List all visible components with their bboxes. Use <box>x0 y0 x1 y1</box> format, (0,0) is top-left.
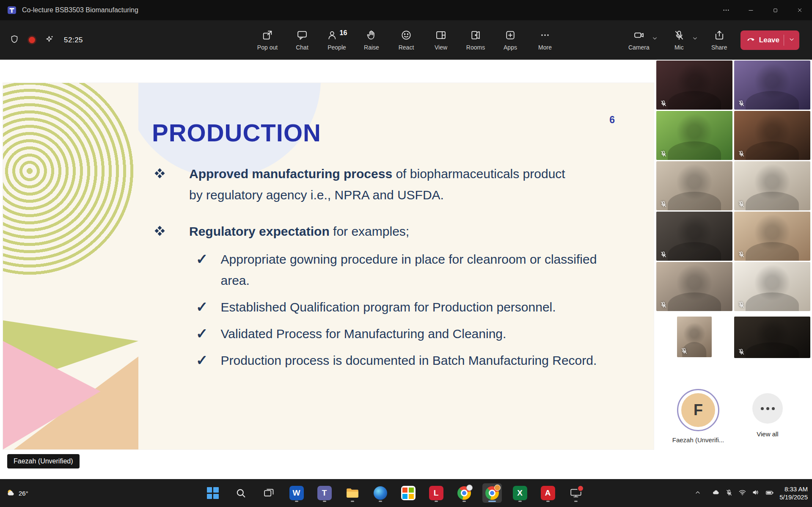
mic-muted-icon <box>660 251 667 258</box>
participant-video-tile[interactable] <box>656 161 732 210</box>
camera-options-chevron[interactable] <box>652 35 658 43</box>
chrome-icon[interactable] <box>454 483 474 503</box>
share-icon <box>713 29 725 42</box>
sparkle-icon[interactable] <box>44 34 55 46</box>
participant-video-tile[interactable] <box>656 111 732 160</box>
participant-video-tile[interactable] <box>656 262 732 311</box>
volume-icon[interactable] <box>752 488 760 498</box>
mic-button[interactable]: Mic <box>667 29 691 51</box>
presenter-name-tag: Faezah (Unverified) <box>7 454 80 468</box>
raise-hand-icon <box>366 29 377 42</box>
teams-icon[interactable]: T <box>315 483 334 503</box>
taskbar-clock[interactable]: 8:33 AM 5/19/2025 <box>779 485 808 501</box>
slide-body: Approved manufacturing process of biopha… <box>152 163 630 377</box>
microsoft-365-icon[interactable] <box>399 483 418 503</box>
react-button[interactable]: React <box>394 29 418 51</box>
more-button[interactable]: More <box>533 29 557 51</box>
view-icon <box>435 29 447 42</box>
leave-button-group: Leave <box>740 30 799 50</box>
windows-start-icon[interactable] <box>203 483 223 503</box>
check-text: Validated Process for Manufacturing and … <box>221 323 597 344</box>
wifi-icon[interactable] <box>738 488 746 498</box>
window-maximize-button[interactable] <box>763 0 787 20</box>
participant-video-tile[interactable] <box>677 317 712 357</box>
chat-button[interactable]: Chat <box>290 29 314 51</box>
apps-button[interactable]: Apps <box>498 29 522 51</box>
hidden-icons-chevron[interactable] <box>694 489 701 497</box>
meeting-timer: 52:25 <box>64 36 83 44</box>
people-button[interactable]: 16 People <box>325 29 349 51</box>
tray-app-icon-2[interactable] <box>712 489 720 498</box>
checkmark-icon: ✓ <box>196 323 208 344</box>
slide-page-number: 6 <box>609 114 615 126</box>
mic-muted-tray-icon[interactable] <box>725 489 733 498</box>
participant-video-tile[interactable] <box>734 161 810 210</box>
task-view-icon[interactable] <box>259 483 278 503</box>
rooms-icon <box>470 29 482 42</box>
share-label: Share <box>711 44 727 51</box>
search-icon[interactable] <box>231 483 250 503</box>
edge-icon[interactable] <box>371 483 390 503</box>
participants-overflow: F Faezah (Unverifi... View all <box>656 389 810 469</box>
react-label: React <box>399 44 414 51</box>
chrome-active-icon[interactable] <box>482 483 502 503</box>
shared-slide: 6 PRODUCTION Approved manufacturing proc… <box>3 83 654 449</box>
leave-button[interactable]: Leave <box>746 34 779 46</box>
participant-video-tile[interactable] <box>656 61 732 110</box>
view-all-button[interactable]: View all <box>740 393 795 438</box>
chat-label: Chat <box>296 44 308 51</box>
mic-muted-icon <box>738 200 745 208</box>
apps-icon <box>504 29 516 42</box>
recording-indicator-icon <box>29 37 35 43</box>
lockdown-browser-icon[interactable]: L <box>427 483 446 503</box>
battery-icon[interactable] <box>765 488 774 498</box>
people-icon <box>327 29 339 42</box>
participant-video-tile[interactable] <box>734 262 810 311</box>
excel-icon[interactable]: X <box>510 483 530 503</box>
mic-options-chevron[interactable] <box>692 35 698 43</box>
participant-video-tile[interactable] <box>734 317 810 358</box>
raise-hand-button[interactable]: Raise <box>360 29 383 51</box>
lockdown-letter: L <box>434 488 439 498</box>
participant-video-tile[interactable] <box>656 212 732 261</box>
clock-date: 5/19/2025 <box>779 493 808 501</box>
system-tray: 8:33 AM 5/19/2025 <box>694 479 808 507</box>
participant-video-tile[interactable] <box>734 212 810 261</box>
window-minimize-button[interactable] <box>738 0 763 20</box>
taskbar-apps: W T L X A <box>203 483 586 503</box>
participant-avatar[interactable]: F Faezah (Unverifi... <box>671 389 726 444</box>
participant-video-tile[interactable] <box>734 111 810 160</box>
slide-check-list: ✓ Appropriate gowning procedure in place… <box>152 249 630 371</box>
view-button[interactable]: View <box>429 29 453 51</box>
teams-logo-icon <box>7 5 17 15</box>
camera-button[interactable]: Camera <box>627 29 651 51</box>
shield-icon[interactable] <box>9 34 19 46</box>
word-icon[interactable]: W <box>287 483 306 503</box>
leave-options-chevron[interactable] <box>788 36 795 44</box>
folder-icon[interactable] <box>343 483 362 503</box>
window-controls <box>714 0 812 20</box>
window-more-button[interactable] <box>714 0 738 20</box>
more-label: More <box>538 44 552 51</box>
share-button[interactable]: Share <box>707 29 731 51</box>
notification-badge <box>577 485 584 492</box>
weather-icon <box>6 488 15 499</box>
view-all-label: View all <box>740 430 795 438</box>
checkmark-icon: ✓ <box>196 350 208 370</box>
word-letter: W <box>293 488 300 498</box>
diamond-bullet-icon <box>154 168 165 178</box>
weather-widget[interactable]: 26° <box>6 479 28 507</box>
weather-temp: 26° <box>19 490 28 497</box>
slide-check-item: ✓ Production process is documented in Ba… <box>152 350 630 371</box>
bullet-text: for examples; <box>330 224 409 238</box>
participant-video-tile[interactable] <box>734 61 810 110</box>
window-close-button[interactable] <box>787 0 812 20</box>
acrobat-icon[interactable]: A <box>538 483 558 503</box>
slide-bullet-item: Approved manufacturing process of biopha… <box>152 163 630 206</box>
popout-button[interactable]: Pop out <box>256 29 279 51</box>
mic-control: Mic <box>667 29 698 51</box>
rooms-button[interactable]: Rooms <box>464 29 487 51</box>
mic-muted-icon <box>738 348 745 355</box>
leave-label: Leave <box>759 36 779 44</box>
monitor-app-icon[interactable] <box>566 483 586 503</box>
